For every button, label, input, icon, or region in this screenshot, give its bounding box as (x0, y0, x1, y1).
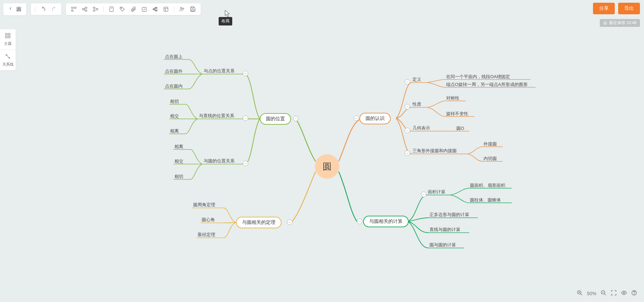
subtopic-label[interactable]: 圆周角定理 (193, 202, 215, 208)
subtopic-label[interactable]: 与圆的位置关系 (204, 158, 235, 164)
main-toolbar (66, 3, 201, 15)
subtopic-label[interactable]: 三角形外接圆和内接圆 (412, 148, 457, 154)
svg-rect-31 (9, 36, 10, 38)
note-icon[interactable] (108, 6, 115, 12)
root-node[interactable]: 圆 (315, 154, 339, 179)
zoom-level[interactable]: 50% (587, 291, 596, 296)
collapse-toggle[interactable]: − (421, 192, 426, 197)
leaf-node[interactable]: 圆面积、扇形面积 (470, 182, 505, 189)
collapse-toggle[interactable]: − (243, 161, 248, 166)
svg-point-23 (181, 7, 182, 9)
preview-icon[interactable] (621, 290, 627, 297)
add-parent-icon[interactable] (92, 6, 99, 12)
svg-rect-28 (5, 33, 7, 35)
collapse-toggle[interactable]: − (405, 79, 410, 85)
layout-tooltip: 布局 (219, 17, 232, 25)
branch-label: 圆的认识 (366, 116, 385, 122)
export-button[interactable]: 导出 (618, 3, 640, 14)
divider (103, 6, 104, 12)
zoom-in-icon[interactable] (577, 290, 583, 297)
topbar: 圆 (0, 0, 644, 18)
svg-rect-11 (110, 7, 114, 12)
svg-rect-17 (155, 10, 157, 11)
leaf-node[interactable]: 旋转不变性 (446, 111, 468, 117)
leaf-node[interactable]: 点在圆外 (165, 68, 183, 74)
sidebar-item-theme[interactable]: 主题 (0, 29, 16, 50)
sidebar-item-relation[interactable]: 关系线 (0, 50, 16, 70)
left-sidebar: 主题 关系线 (0, 29, 16, 70)
save-icon[interactable] (190, 6, 196, 12)
leaf-node[interactable]: 相切 (170, 99, 179, 105)
subtopic-label[interactable]: 正多边形与圆的计算 (429, 212, 469, 218)
subtopic-label[interactable]: 圆与圆的计算 (429, 242, 456, 248)
collapse-toggle[interactable]: − (405, 150, 410, 156)
subtopic-label[interactable]: 几何表示 (412, 125, 430, 131)
branch-node[interactable]: 圆的认识 (359, 113, 391, 124)
collapse-toggle[interactable]: − (287, 219, 292, 225)
back-icon[interactable] (8, 6, 13, 12)
leaf-node[interactable]: 对称性 (446, 95, 459, 101)
subtopic-label[interactable]: 与直线的位置关系 (199, 113, 234, 119)
subtopic-label[interactable]: 圆心角 (202, 217, 215, 223)
layout-icon[interactable] (152, 6, 158, 12)
svg-rect-20 (164, 7, 168, 11)
svg-point-32 (6, 54, 7, 55)
leaf-node[interactable]: 相离 (174, 144, 183, 150)
add-child-icon[interactable] (82, 6, 88, 12)
svg-line-18 (154, 8, 155, 9)
leaf-node[interactable]: 在同一个平面内，线段OA绕固定 (446, 74, 510, 80)
zoom-out-icon[interactable] (600, 290, 607, 297)
document-title[interactable]: 圆 (16, 6, 21, 13)
svg-rect-16 (155, 7, 157, 8)
leaf-node[interactable]: 点在圆上 (165, 54, 183, 60)
svg-rect-26 (191, 7, 193, 8)
svg-point-15 (153, 9, 154, 10)
collapse-toggle[interactable]: − (243, 116, 248, 121)
undo-icon[interactable] (40, 6, 46, 12)
attachment-icon[interactable] (130, 6, 136, 12)
subtopic-label[interactable]: 面积计算 (428, 189, 445, 195)
collapse-toggle[interactable]: − (357, 219, 362, 224)
leaf-node[interactable]: 相切 (174, 174, 183, 180)
zoom-controls: 50% (577, 290, 637, 297)
branch-label: 圆的位置 (266, 116, 285, 122)
leaf-node[interactable]: 外接圆 (484, 141, 497, 147)
leaf-node[interactable]: 圆柱体、圆锥体 (470, 197, 501, 203)
leaf-node[interactable]: 端点O旋转一周，另一端点A所形成的图形 (446, 82, 528, 88)
collapse-toggle[interactable]: − (243, 71, 248, 76)
svg-rect-10 (93, 10, 95, 11)
collapse-toggle[interactable]: − (405, 104, 410, 109)
frame-icon[interactable] (163, 6, 169, 12)
leaf-node[interactable]: 相交 (170, 113, 179, 119)
branch-label: 与圆相关的定理 (242, 219, 275, 226)
subtopic-label[interactable]: 性质 (412, 101, 421, 107)
leaf-node[interactable]: 相离 (170, 128, 179, 134)
help-icon[interactable] (631, 290, 637, 297)
subtopic-label[interactable]: 与点的位置关系 (204, 68, 235, 74)
subtopic-label[interactable]: 垂径定理 (198, 232, 215, 238)
leaf-node[interactable]: 相交 (174, 158, 183, 164)
root-label: 圆 (323, 161, 332, 173)
tag-icon[interactable] (119, 6, 125, 12)
share-button[interactable]: 分享 (593, 3, 615, 14)
add-sibling-icon[interactable] (71, 6, 77, 12)
theme-icon (1, 33, 14, 40)
collaborate-icon[interactable] (179, 6, 185, 12)
task-icon[interactable] (141, 6, 147, 12)
branch-label: 与圆相关的计算 (369, 218, 403, 225)
fit-screen-icon[interactable] (611, 290, 617, 297)
svg-point-75 (634, 294, 634, 294)
branch-node[interactable]: 与圆相关的定理 (236, 217, 282, 228)
subtopic-label[interactable]: 直线与圆的计算 (429, 227, 460, 233)
leaf-node[interactable]: 内切圆 (484, 156, 497, 162)
collapse-toggle[interactable]: − (354, 116, 359, 121)
subtopic-label[interactable]: 定义 (412, 76, 421, 83)
branch-node[interactable]: 与圆相关的计算 (363, 216, 409, 227)
collapse-toggle[interactable]: − (405, 128, 410, 133)
redo-icon[interactable] (51, 6, 57, 12)
branch-node[interactable]: 圆的位置 (260, 113, 291, 125)
svg-rect-2 (71, 10, 73, 11)
collapse-toggle[interactable]: − (293, 116, 299, 121)
leaf-node[interactable]: 圆O (456, 125, 464, 131)
leaf-node[interactable]: 点在圆内 (165, 83, 183, 89)
